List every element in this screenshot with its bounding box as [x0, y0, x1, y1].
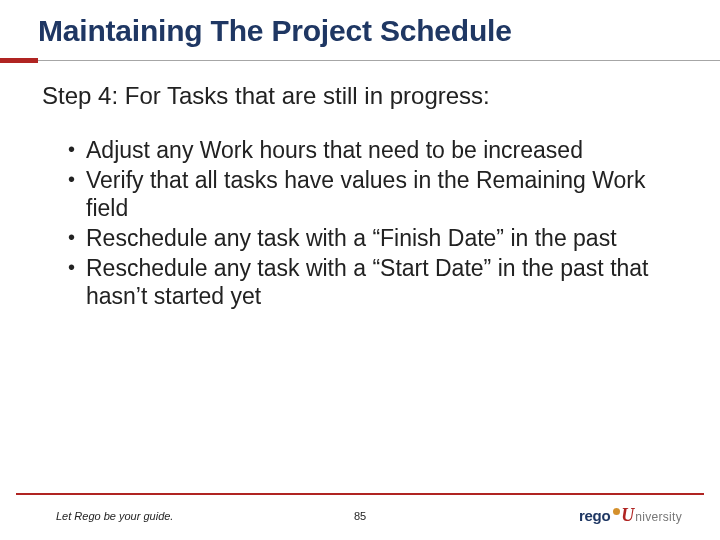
logo-suffix: niversity [635, 510, 682, 524]
title-rule [0, 58, 720, 64]
logo-brand: rego [579, 507, 610, 524]
list-item: Adjust any Work hours that need to be in… [68, 136, 672, 164]
bullet-list: Adjust any Work hours that need to be in… [42, 136, 672, 310]
list-item: Reschedule any task with a “Start Date” … [68, 254, 672, 310]
logo-dot-icon [613, 508, 620, 515]
list-item: Verify that all tasks have values in the… [68, 166, 672, 222]
logo-u: U [621, 505, 634, 526]
slide-title: Maintaining The Project Schedule [38, 14, 720, 48]
rego-university-logo: rego U niversity [579, 505, 682, 526]
step-heading: Step 4: For Tasks that are still in prog… [42, 82, 672, 110]
footer-rule [16, 493, 704, 495]
list-item: Reschedule any task with a “Finish Date”… [68, 224, 672, 252]
footer-tagline: Let Rego be your guide. [56, 510, 173, 522]
page-number: 85 [354, 510, 366, 522]
